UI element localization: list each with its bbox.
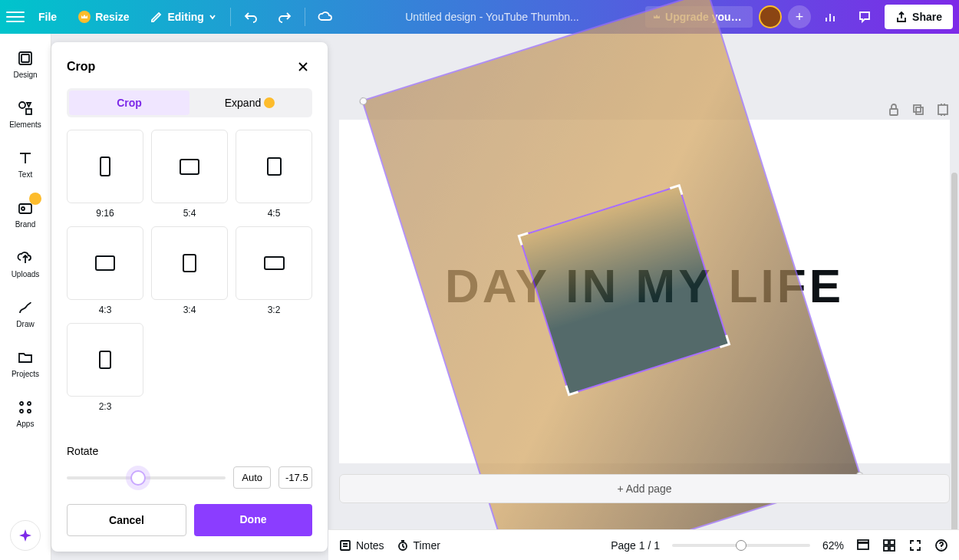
text-icon — [16, 149, 35, 167]
close-button[interactable] — [294, 58, 312, 76]
file-button[interactable]: File — [31, 6, 64, 28]
svg-rect-18 — [884, 540, 888, 545]
cloud-sync-icon[interactable] — [311, 3, 339, 31]
sidebar-item-label: Apps — [17, 420, 35, 428]
help-button[interactable] — [934, 539, 948, 552]
ratio-9-16[interactable]: 9:16 — [67, 130, 143, 219]
zoom-value[interactable]: 62% — [822, 539, 844, 552]
canvas-area: DAY IN MY LIFE + Add page — [328, 34, 959, 529]
fullscreen-button[interactable] — [908, 539, 922, 552]
sidebar-item-text[interactable]: Text — [0, 146, 51, 182]
rotate-label: Rotate — [67, 445, 312, 457]
ratio-grid: 9:16 5:4 4:5 4:3 3:4 3:2 2:3 — [67, 130, 312, 412]
left-sidebar: Design Elements Text Brand Uploads Draw … — [0, 34, 51, 560]
rotate-auto-button[interactable]: Auto — [233, 466, 271, 489]
sidebar-item-draw[interactable]: Draw — [0, 295, 51, 331]
notes-button[interactable]: Notes — [339, 539, 384, 552]
svg-point-5 — [21, 207, 25, 210]
sidebar-item-projects[interactable]: Projects — [0, 345, 51, 381]
bottom-bar: Notes Timer Page 1 / 1 62% — [328, 529, 959, 560]
resize-button[interactable]: Resize — [71, 6, 137, 28]
cancel-button[interactable]: Cancel — [67, 504, 186, 536]
zoom-slider[interactable] — [672, 544, 810, 547]
crop-handle-sw[interactable] — [565, 383, 578, 397]
sidebar-item-label: Projects — [12, 370, 39, 378]
tab-expand[interactable]: Expand — [189, 91, 310, 115]
ratio-2-3[interactable]: 2:3 — [67, 323, 143, 412]
undo-button[interactable] — [237, 3, 265, 31]
crop-handle-nw[interactable] — [517, 232, 531, 245]
timer-button[interactable]: Timer — [397, 539, 440, 552]
svg-point-7 — [28, 402, 31, 405]
share-button[interactable]: Share — [885, 5, 953, 29]
thumbnail-view-button[interactable] — [882, 539, 896, 552]
sidebar-item-label: Uploads — [12, 270, 40, 278]
ratio-4-5[interactable]: 4:5 — [236, 130, 312, 219]
canvas[interactable]: DAY IN MY LIFE — [339, 120, 950, 463]
magic-button[interactable] — [10, 520, 41, 551]
share-icon — [895, 11, 908, 23]
thumbnail-icon — [882, 539, 896, 552]
add-page-button[interactable]: + Add page — [339, 474, 950, 503]
sidebar-item-brand[interactable]: Brand — [0, 196, 51, 232]
timer-label: Timer — [414, 539, 440, 552]
divider — [230, 8, 231, 26]
sidebar-item-uploads[interactable]: Uploads — [0, 245, 51, 282]
sidebar-item-design[interactable]: Design — [0, 46, 51, 82]
svg-point-8 — [20, 410, 23, 413]
crop-handle-se[interactable] — [717, 334, 731, 348]
comment-button[interactable] — [851, 3, 878, 31]
ratio-3-2[interactable]: 3:2 — [236, 226, 312, 315]
crown-badge-icon — [29, 193, 41, 205]
avatar[interactable] — [759, 5, 782, 28]
editing-button[interactable]: Editing — [143, 6, 223, 28]
crop-panel: Crop Crop Expand 9:16 5:4 4:5 4:3 3:4 3:… — [51, 42, 328, 552]
page-indicator: Page 1 / 1 — [611, 539, 660, 552]
ratio-label: 2:3 — [99, 401, 112, 412]
svg-rect-13 — [938, 105, 947, 114]
redo-button[interactable] — [271, 3, 298, 31]
apps-icon — [16, 398, 35, 417]
help-icon — [934, 539, 948, 552]
analytics-button[interactable] — [817, 3, 845, 31]
document-title[interactable]: Untitled design - YouTube Thumbn... — [345, 11, 639, 23]
crop-tabs: Crop Expand — [67, 88, 312, 117]
sidebar-item-label: Brand — [15, 220, 36, 229]
crop-selection[interactable] — [519, 185, 730, 395]
top-bar: File Resize Editing Untitled design - Yo… — [0, 0, 959, 34]
duplicate-icon[interactable] — [910, 101, 927, 118]
sidebar-item-elements[interactable]: Elements — [0, 96, 51, 132]
sidebar-item-label: Text — [18, 170, 32, 179]
ratio-4-3[interactable]: 4:3 — [67, 226, 143, 315]
pencil-icon — [150, 11, 163, 23]
grid-view-button[interactable] — [856, 539, 870, 552]
notes-label: Notes — [356, 539, 384, 552]
svg-rect-3 — [26, 109, 31, 114]
resize-handle-nw[interactable] — [358, 97, 368, 107]
rotate-value-input[interactable]: -17.5 — [278, 466, 312, 489]
sidebar-item-apps[interactable]: Apps — [0, 395, 51, 431]
ratio-3-4[interactable]: 3:4 — [151, 226, 228, 315]
tab-crop[interactable]: Crop — [69, 91, 189, 115]
add-collaborator-button[interactable]: + — [788, 5, 811, 28]
svg-rect-11 — [914, 105, 921, 112]
zoom-slider-handle[interactable] — [736, 540, 746, 551]
svg-point-9 — [28, 410, 31, 413]
rotate-slider[interactable] — [67, 476, 226, 479]
done-button[interactable]: Done — [194, 504, 312, 536]
crop-header: Crop — [67, 58, 312, 76]
ratio-5-4[interactable]: 5:4 — [151, 130, 228, 219]
ratio-label: 5:4 — [183, 208, 196, 219]
ratio-label: 9:16 — [96, 208, 114, 219]
menu-icon[interactable] — [6, 8, 25, 26]
crop-handle-ne[interactable] — [670, 184, 684, 198]
rotate-slider-handle[interactable] — [130, 470, 146, 486]
expand-page-icon[interactable] — [934, 101, 951, 118]
sidebar-item-label: Draw — [16, 320, 34, 328]
svg-rect-17 — [858, 540, 868, 542]
ratio-label: 3:2 — [268, 305, 281, 315]
ratio-label: 4:3 — [99, 305, 112, 315]
svg-rect-21 — [890, 546, 895, 551]
svg-rect-10 — [890, 109, 898, 115]
lock-icon[interactable] — [885, 101, 902, 118]
